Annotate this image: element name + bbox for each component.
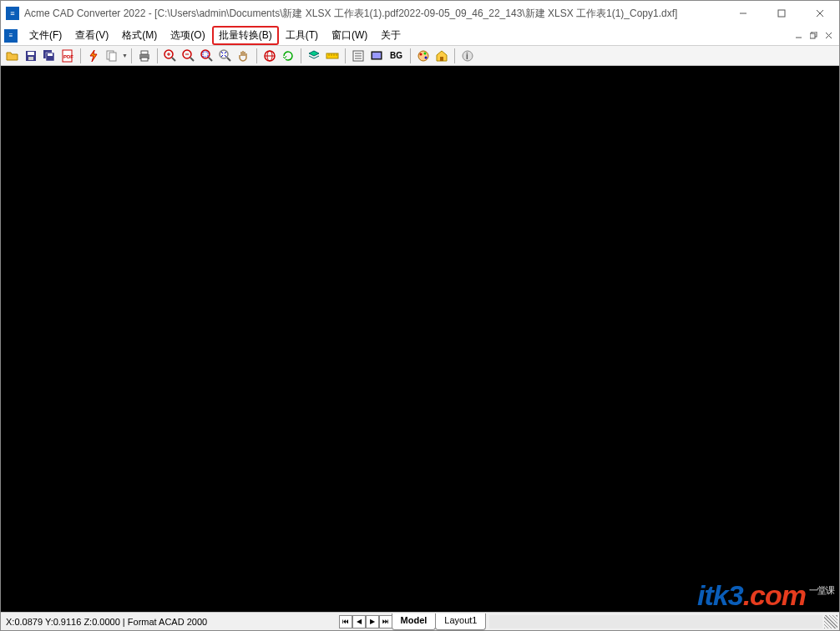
separator: [345, 48, 346, 63]
open-button[interactable]: [4, 48, 21, 64]
svg-line-23: [172, 58, 175, 61]
minimize-icon: [795, 32, 802, 39]
zoom-window-button[interactable]: [199, 48, 215, 64]
home-button[interactable]: [433, 48, 450, 64]
lightning-icon: [87, 49, 100, 63]
home-icon: [435, 49, 448, 63]
restore-icon: [810, 32, 817, 39]
menu-format[interactable]: 格式(M): [115, 26, 164, 45]
window-title: Acme CAD Converter 2022 - [C:\Users\admi…: [24, 7, 724, 21]
refresh-icon: [281, 49, 295, 63]
mdi-controls: [791, 29, 839, 43]
copy-button[interactable]: [104, 48, 120, 64]
toolbar: PDF ▼ BG: [1, 46, 839, 66]
ruler-icon: [326, 49, 339, 63]
zoom-in-icon: [164, 49, 177, 63]
svg-text:i: i: [466, 52, 468, 61]
svg-point-51: [425, 56, 428, 58]
mdi-close-button[interactable]: [821, 29, 836, 43]
palette-icon: [417, 49, 430, 63]
svg-point-48: [418, 51, 428, 61]
close-icon: [825, 32, 832, 39]
tab-nav-buttons: ⏮ ◀ ▶ ⏭: [339, 615, 392, 628]
svg-rect-11: [28, 57, 33, 60]
maximize-icon: [777, 9, 786, 18]
tab-last-button[interactable]: ⏭: [379, 615, 392, 628]
svg-line-30: [209, 58, 212, 61]
info-icon: i: [461, 49, 474, 63]
pdf-button[interactable]: PDF: [59, 48, 76, 64]
minimize-icon: [739, 9, 747, 18]
help-button[interactable]: i: [459, 48, 476, 64]
mdi-restore-button[interactable]: [806, 29, 821, 43]
hand-icon: [237, 49, 250, 63]
window-controls: [724, 1, 839, 26]
titlebar: ≡ Acme CAD Converter 2022 - [C:\Users\ad…: [1, 1, 839, 26]
mdi-minimize-button[interactable]: [791, 29, 806, 43]
redraw-button[interactable]: [280, 48, 296, 64]
dropdown-arrow-icon[interactable]: ▼: [122, 53, 127, 58]
svg-rect-10: [28, 52, 34, 55]
pan-button[interactable]: [235, 48, 252, 64]
svg-rect-52: [440, 57, 443, 61]
separator: [410, 48, 411, 63]
folder-open-icon: [6, 49, 19, 63]
copy-icon: [105, 49, 119, 63]
resize-grip[interactable]: [824, 615, 837, 628]
pdf-icon: PDF: [61, 49, 74, 63]
tab-model[interactable]: Model: [392, 613, 437, 630]
bg-button[interactable]: BG: [387, 49, 406, 62]
zoom-window-icon: [200, 49, 214, 63]
svg-point-49: [420, 53, 423, 55]
svg-rect-31: [203, 52, 208, 57]
save-icon: [24, 49, 38, 63]
measure-button[interactable]: [324, 48, 341, 64]
tab-next-button[interactable]: ▶: [366, 615, 379, 628]
properties-button[interactable]: [350, 48, 367, 64]
menu-view[interactable]: 查看(V): [68, 26, 115, 45]
globe-icon: [263, 49, 276, 63]
close-icon: [816, 9, 824, 18]
separator: [131, 48, 132, 63]
maximize-button[interactable]: [762, 1, 801, 26]
zoom-all-button[interactable]: [261, 48, 278, 64]
convert-button[interactable]: [85, 48, 102, 64]
fullscreen-button[interactable]: [368, 48, 385, 64]
drawing-canvas[interactable]: itk3.com 一堂课: [1, 66, 839, 612]
zoom-out-button[interactable]: [180, 48, 197, 64]
h-scrollbar[interactable]: [489, 615, 822, 628]
svg-rect-6: [810, 33, 815, 38]
svg-text:PDF: PDF: [63, 54, 73, 59]
menu-about[interactable]: 关于: [374, 26, 407, 45]
save-button[interactable]: [23, 48, 39, 64]
separator: [454, 48, 455, 63]
close-button[interactable]: [801, 1, 839, 26]
svg-line-27: [190, 58, 194, 61]
menu-file[interactable]: 文件(F): [23, 26, 68, 45]
svg-line-33: [227, 58, 230, 61]
statusbar: X:0.0879 Y:0.9116 Z:0.0000 | Format ACAD…: [1, 612, 839, 630]
tab-first-button[interactable]: ⏮: [339, 615, 352, 628]
watermark-logo: itk3.com 一堂课: [697, 579, 834, 612]
doc-icon[interactable]: ≡: [4, 29, 18, 43]
svg-rect-18: [109, 53, 116, 61]
zoom-extents-button[interactable]: [217, 48, 234, 64]
zoom-in-button[interactable]: [162, 48, 179, 64]
menu-options[interactable]: 选项(O): [164, 26, 211, 45]
tab-prev-button[interactable]: ◀: [352, 615, 366, 628]
print-button[interactable]: [136, 48, 153, 64]
layout-tabs: Model Layout1: [392, 613, 487, 630]
layers-icon: [307, 49, 321, 63]
separator: [256, 48, 257, 63]
coordinates-readout: X:0.0879 Y:0.9116 Z:0.0000 | Format ACAD…: [1, 617, 339, 627]
minimize-button[interactable]: [724, 1, 762, 26]
menu-window[interactable]: 窗口(W): [325, 26, 374, 45]
color-map-button[interactable]: [415, 48, 432, 64]
menubar: ≡ 文件(F) 查看(V) 格式(M) 选项(O) 批量转换(B) 工具(T) …: [1, 26, 839, 46]
layers-button[interactable]: [306, 48, 322, 64]
app-icon: ≡: [6, 7, 19, 20]
save-all-button[interactable]: [41, 48, 58, 64]
menu-tools[interactable]: 工具(T): [279, 26, 325, 45]
tab-layout1[interactable]: Layout1: [435, 613, 486, 630]
menu-batch-convert[interactable]: 批量转换(B): [212, 26, 279, 45]
